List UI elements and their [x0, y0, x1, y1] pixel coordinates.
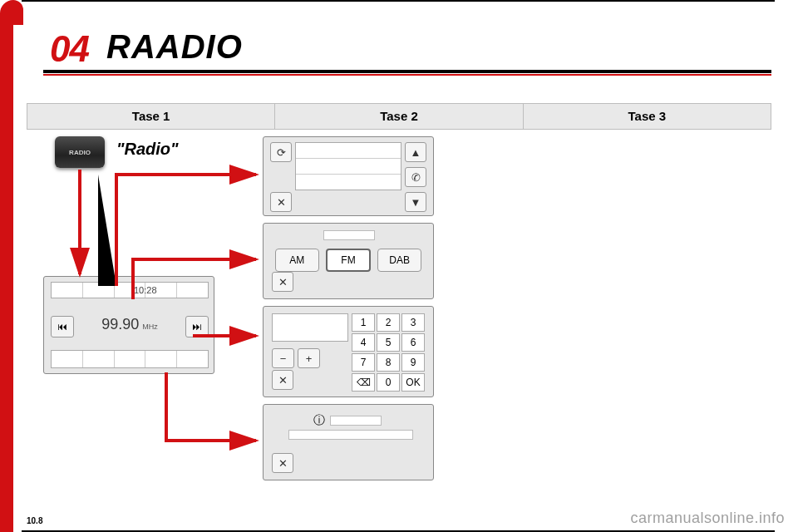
radio-hardware-button-label: RADIO [69, 149, 91, 156]
key-4[interactable]: 4 [352, 333, 375, 352]
seek-next-button[interactable]: ⏭ [185, 316, 209, 337]
refresh-icon: ⟳ [277, 146, 286, 159]
info-icon: ⓘ [313, 413, 325, 428]
key-3[interactable]: 3 [401, 313, 425, 332]
key-1[interactable]: 1 [352, 313, 375, 332]
seek-prev-icon: ⏮ [57, 321, 67, 332]
up-icon: ▲ [411, 146, 421, 159]
frequency-display[interactable]: 99.90 MHz [77, 316, 182, 337]
key-6[interactable]: 6 [401, 333, 425, 352]
close-icon: ✕ [278, 374, 288, 387]
watermark: carmanualsonline.info [630, 510, 785, 527]
close-icon: ✕ [277, 196, 286, 209]
radio-hardware-button[interactable]: RADIO [55, 136, 105, 168]
band-fm-button[interactable]: FM [326, 249, 372, 272]
keypad-display [272, 313, 348, 342]
freq-plus-button[interactable]: + [298, 348, 320, 368]
info-close-button[interactable]: ✕ [272, 453, 293, 473]
frequency-value: 99.90 [101, 316, 139, 333]
key-7[interactable]: 7 [352, 353, 375, 372]
close-icon: ✕ [278, 457, 288, 470]
red-spine [0, 0, 13, 532]
frequency-unit: MHz [142, 323, 158, 331]
clock: 10:28 [134, 285, 157, 295]
freq-minus-button[interactable]: − [272, 348, 294, 368]
key-0[interactable]: 0 [377, 373, 400, 392]
band-close-button[interactable]: ✕ [272, 272, 293, 292]
refresh-button[interactable]: ⟳ [270, 142, 292, 162]
key-5[interactable]: 5 [377, 333, 400, 352]
key-8[interactable]: 8 [377, 353, 400, 372]
col-header-3: Tase 3 [524, 104, 771, 129]
seek-prev-button[interactable]: ⏮ [51, 316, 74, 337]
preset-row-top[interactable] [51, 282, 209, 298]
column-header-bar: Tase 1 Tase 2 Tase 3 [27, 103, 771, 130]
title-underline [43, 70, 771, 73]
list-down-button[interactable]: ▼ [405, 192, 426, 212]
info-panel: ⓘ ✕ [263, 404, 434, 480]
down-icon: ▼ [411, 196, 421, 209]
band-am-button[interactable]: AM [275, 249, 319, 272]
band-select-panel: AM FM DAB ✕ [263, 223, 434, 299]
info-slot-2 [288, 430, 413, 440]
phone-icon: ✆ [411, 171, 421, 184]
list-up-button[interactable]: ▲ [405, 142, 426, 162]
band-dab-button[interactable]: DAB [377, 249, 421, 272]
band-title-slot [323, 230, 375, 240]
seek-next-icon: ⏭ [192, 321, 202, 332]
frequency-keypad-panel: − + ✕ 1 2 3 4 5 6 7 8 9 ⌫ 0 OK [263, 306, 434, 397]
section-title: RAADIO [106, 28, 243, 66]
key-backspace[interactable]: ⌫ [352, 373, 375, 392]
station-list[interactable] [295, 142, 401, 190]
section-number: 04 [50, 28, 89, 70]
preset-row-bottom[interactable] [51, 350, 209, 368]
station-list-panel: ⟳ ▲ ✆ ✕ ▼ [263, 136, 434, 216]
phone-button[interactable]: ✆ [405, 167, 426, 187]
key-ok[interactable]: OK [401, 373, 425, 392]
list-close-button[interactable]: ✕ [270, 192, 292, 212]
key-2[interactable]: 2 [377, 313, 400, 332]
close-icon: ✕ [278, 276, 288, 288]
numeric-keypad: 1 2 3 4 5 6 7 8 9 ⌫ 0 OK [352, 313, 425, 392]
key-9[interactable]: 9 [401, 353, 425, 372]
col-header-1: Tase 1 [27, 104, 275, 129]
radio-label-text: "Radio" [116, 140, 179, 159]
page-number: 10.8 [27, 516, 42, 525]
info-slot-1 [330, 416, 382, 426]
radio-main-screen: 10:28 ⏮ 99.90 MHz ⏭ [43, 276, 214, 374]
col-header-2: Tase 2 [275, 104, 523, 129]
keypad-close-button[interactable]: ✕ [272, 370, 293, 390]
